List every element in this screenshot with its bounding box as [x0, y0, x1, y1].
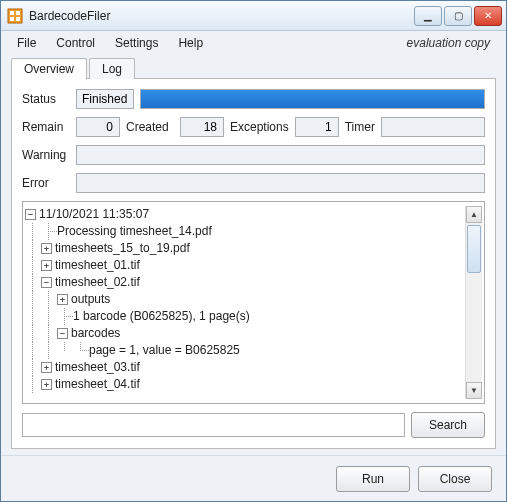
menubar: File Control Settings Help evaluation co…	[1, 31, 506, 55]
created-label: Created	[126, 120, 174, 134]
tree-item[interactable]: timesheet_04.tif	[55, 376, 140, 393]
tree-item[interactable]: outputs	[71, 291, 110, 308]
exceptions-label: Exceptions	[230, 120, 289, 134]
app-window: BardecodeFiler ▁ ▢ ✕ File Control Settin…	[0, 0, 507, 502]
expand-icon[interactable]: +	[57, 294, 68, 305]
error-label: Error	[22, 176, 70, 190]
run-button[interactable]: Run	[336, 466, 410, 492]
chevron-up-icon: ▲	[470, 210, 478, 219]
status-label: Status	[22, 92, 70, 106]
tree-item[interactable]: timesheets_15_to_19.pdf	[55, 240, 190, 257]
tree-scrollbar[interactable]: ▲ ▼	[465, 206, 482, 399]
search-button[interactable]: Search	[411, 412, 485, 438]
log-tree[interactable]: −11/10/2021 11:35:07 Processing timeshee…	[22, 201, 485, 404]
timer-label: Timer	[345, 120, 375, 134]
tab-overview[interactable]: Overview	[11, 58, 87, 80]
svg-rect-4	[16, 17, 20, 21]
app-icon	[7, 8, 23, 24]
maximize-icon: ▢	[454, 10, 463, 21]
remain-label: Remain	[22, 120, 70, 134]
tree-item[interactable]: barcodes	[71, 325, 120, 342]
close-icon: ✕	[484, 10, 492, 21]
minimize-icon: ▁	[424, 10, 432, 21]
tree-item[interactable]: Processing timesheet_14.pdf	[57, 223, 212, 240]
collapse-icon[interactable]: −	[25, 209, 36, 220]
error-value	[76, 173, 485, 193]
close-window-button[interactable]: ✕	[474, 6, 502, 26]
close-button[interactable]: Close	[418, 466, 492, 492]
scroll-down-button[interactable]: ▼	[466, 382, 482, 399]
scroll-up-button[interactable]: ▲	[466, 206, 482, 223]
warning-label: Warning	[22, 148, 70, 162]
tree-item[interactable]: 1 barcode (B0625825), 1 page(s)	[73, 308, 250, 325]
menu-file[interactable]: File	[7, 33, 46, 53]
created-value: 18	[180, 117, 224, 137]
maximize-button[interactable]: ▢	[444, 6, 472, 26]
titlebar[interactable]: BardecodeFiler ▁ ▢ ✕	[1, 1, 506, 31]
tab-log[interactable]: Log	[89, 58, 135, 79]
chevron-down-icon: ▼	[470, 386, 478, 395]
warning-value	[76, 145, 485, 165]
search-input[interactable]	[22, 413, 405, 437]
menu-settings[interactable]: Settings	[105, 33, 168, 53]
tree-root[interactable]: 11/10/2021 11:35:07	[39, 206, 149, 223]
expand-icon[interactable]: +	[41, 379, 52, 390]
tree-item[interactable]: page = 1, value = B0625825	[89, 342, 240, 359]
expand-icon[interactable]: +	[41, 260, 52, 271]
svg-rect-1	[10, 11, 14, 15]
progress-bar	[140, 89, 485, 109]
evaluation-note: evaluation copy	[407, 36, 500, 50]
tree-item[interactable]: timesheet_02.tif	[55, 274, 140, 291]
menu-help[interactable]: Help	[168, 33, 213, 53]
expand-icon[interactable]: +	[41, 243, 52, 254]
scroll-track[interactable]	[466, 223, 482, 382]
status-value: Finished	[76, 89, 134, 109]
svg-rect-3	[10, 17, 14, 21]
tree-item[interactable]: timesheet_01.tif	[55, 257, 140, 274]
remain-value: 0	[76, 117, 120, 137]
window-title: BardecodeFiler	[29, 9, 110, 23]
scroll-thumb[interactable]	[467, 225, 481, 273]
tab-strip: Overview Log	[1, 55, 506, 79]
timer-value	[381, 117, 485, 137]
menu-control[interactable]: Control	[46, 33, 105, 53]
svg-rect-2	[16, 11, 20, 15]
expand-icon[interactable]: +	[41, 362, 52, 373]
collapse-icon[interactable]: −	[57, 328, 68, 339]
tree-item[interactable]: timesheet_03.tif	[55, 359, 140, 376]
minimize-button[interactable]: ▁	[414, 6, 442, 26]
overview-panel: Status Finished Remain 0 Created 18 Exce…	[11, 79, 496, 449]
collapse-icon[interactable]: −	[41, 277, 52, 288]
footer: Run Close	[1, 455, 506, 501]
exceptions-value: 1	[295, 117, 339, 137]
